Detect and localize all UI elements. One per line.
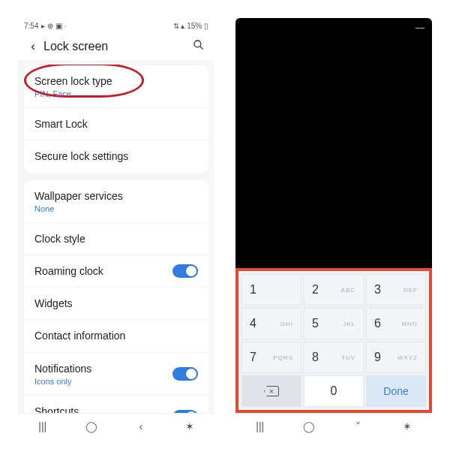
key-4[interactable]: 4GHI [242, 308, 302, 339]
key-3[interactable]: 3DEF [366, 274, 426, 306]
row-label: Contact information [34, 329, 198, 342]
row-sub: PIN, Face [34, 89, 198, 98]
key-2[interactable]: 2ABC [304, 274, 364, 306]
keypad-highlight: 1 2ABC 3DEF 4GHI 5JKL 6MNO 7PQRS 8TUV 9W… [236, 268, 432, 413]
row-label: Smart Lock [34, 117, 198, 131]
row-label: Roaming clock [34, 264, 172, 278]
nav-recent[interactable]: ||| [34, 420, 51, 432]
row-screen-lock-type[interactable]: Screen lock type PIN, Face [24, 65, 208, 107]
key-8[interactable]: 8TUV [304, 342, 364, 373]
row-contact-information[interactable]: Contact information [24, 319, 208, 351]
row-label: Wallpaper services [34, 189, 198, 203]
row-label: Notifications [34, 362, 172, 375]
nav-recent[interactable]: ||| [252, 420, 268, 432]
phone-lockscreen-settings: 7:54 ▸ ⊕ ▣ · ⇅ ▴ 15% ▯ ‹ Lock screen Scr… [18, 18, 214, 438]
nav-home[interactable]: ◯ [301, 420, 317, 432]
row-label: Widgets [34, 297, 198, 310]
status-bar: 7:54 ▸ ⊕ ▣ · ⇅ ▴ 15% ▯ [18, 18, 214, 33]
nav-accessibility[interactable]: ✶ [399, 420, 416, 432]
row-smart-lock[interactable]: Smart Lock [24, 107, 208, 140]
dash-icon: — [416, 23, 424, 33]
row-label: Secure lock settings [34, 149, 198, 163]
back-button[interactable]: ‹ [26, 39, 40, 54]
row-notifications[interactable]: Notifications Icons only [24, 352, 208, 395]
key-7[interactable]: 7PQRS [242, 342, 302, 373]
settings-card: Screen lock type PIN, Face Smart Lock Se… [24, 65, 208, 173]
nav-home[interactable]: ◯ [83, 420, 100, 432]
key-9[interactable]: 9WXYZ [366, 342, 426, 373]
toggle-roaming-clock[interactable] [172, 264, 198, 278]
svg-point-0 [194, 41, 201, 47]
status-icons-left: ▸ ⊕ ▣ · [41, 22, 66, 30]
key-0[interactable]: 0 [304, 375, 364, 407]
settings-list: Screen lock type PIN, Face Smart Lock Se… [18, 60, 214, 413]
search-button[interactable] [190, 39, 207, 54]
key-backspace[interactable]: × [242, 375, 302, 407]
toggle-notifications[interactable] [172, 367, 198, 381]
row-shortcuts[interactable]: Shortcuts Phone, Camera [24, 395, 208, 413]
nav-down[interactable]: ˅ [350, 420, 367, 432]
pin-display-area: — [236, 18, 432, 268]
backspace-icon: × [264, 386, 279, 396]
page-title: Lock screen [40, 40, 190, 53]
nav-back[interactable]: ‹ [133, 420, 149, 432]
numeric-keypad: 1 2ABC 3DEF 4GHI 5JKL 6MNO 7PQRS 8TUV 9W… [242, 274, 426, 407]
phone-pin-entry: — 1 2ABC 3DEF 4GHI 5JKL 6MNO 7PQRS 8TUV … [236, 18, 432, 438]
row-secure-lock-settings[interactable]: Secure lock settings [24, 140, 208, 172]
key-1[interactable]: 1 [242, 274, 302, 306]
svg-line-1 [200, 47, 203, 50]
row-roaming-clock[interactable]: Roaming clock [24, 255, 208, 287]
toggle-shortcuts[interactable] [172, 410, 198, 413]
status-icons-right: ⇅ ▴ 15% ▯ [173, 22, 208, 30]
settings-card: Wallpaper services None Clock style Roam… [24, 180, 208, 413]
page-header: ‹ Lock screen [18, 33, 214, 60]
row-wallpaper-services[interactable]: Wallpaper services None [24, 180, 208, 222]
row-widgets[interactable]: Widgets [24, 287, 208, 319]
row-label: Clock style [34, 232, 198, 246]
row-label: Screen lock type [34, 74, 198, 88]
row-sub: None [34, 204, 198, 213]
key-5[interactable]: 5JKL [304, 308, 364, 339]
row-clock-style[interactable]: Clock style [24, 222, 208, 255]
key-done[interactable]: Done [366, 375, 426, 407]
nav-accessibility[interactable]: ✶ [182, 420, 198, 432]
row-sub: Icons only [34, 377, 172, 386]
nav-bar: ||| ◯ ˅ ✶ [236, 413, 432, 438]
search-icon [193, 39, 205, 51]
key-6[interactable]: 6MNO [366, 308, 426, 339]
row-label: Shortcuts [34, 405, 172, 413]
nav-bar: ||| ◯ ‹ ✶ [18, 413, 214, 438]
status-time: 7:54 [24, 22, 38, 30]
